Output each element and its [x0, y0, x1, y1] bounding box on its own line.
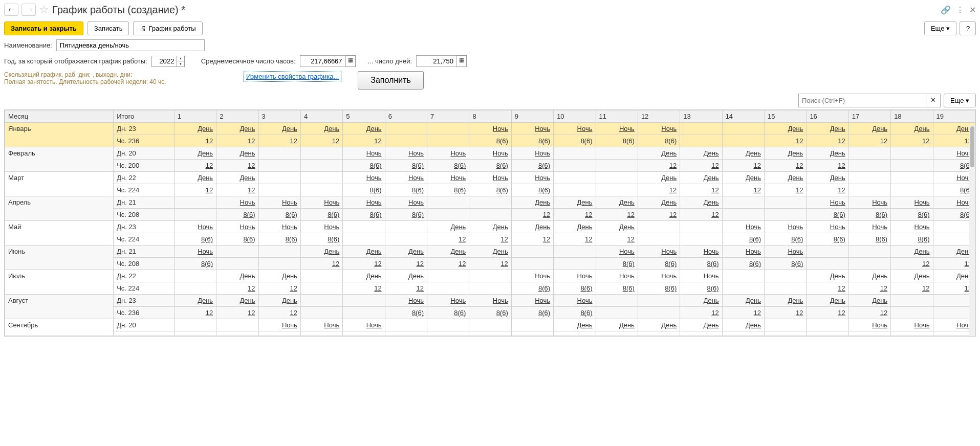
- day-hours-link[interactable]: 12: [290, 137, 297, 145]
- day-hours-link[interactable]: 8(6): [707, 260, 719, 267]
- day-hours-link[interactable]: 12: [754, 186, 761, 194]
- day-hours-cell[interactable]: 12: [807, 184, 848, 196]
- table-row[interactable]: МайДн. 23НочьНочьНочьНочьДеньДеньДеньДен…: [5, 221, 975, 233]
- table-row[interactable]: ЯнварьДн. 23ДеньДеньДеньДеньДеньНочьНочь…: [5, 123, 975, 135]
- day-type-link[interactable]: Ночь: [450, 149, 466, 157]
- day-type-cell[interactable]: [722, 196, 764, 209]
- day-type-cell[interactable]: Ночь: [343, 147, 385, 160]
- day-hours-cell[interactable]: 8(6): [469, 135, 511, 147]
- day-hours-link[interactable]: 8(6): [454, 309, 466, 317]
- day-type-link[interactable]: Ночь: [366, 198, 382, 206]
- day-type-cell[interactable]: Ночь: [891, 319, 933, 331]
- day-hours-cell[interactable]: 8(6): [848, 233, 890, 246]
- day-hours-cell[interactable]: [891, 331, 933, 336]
- day-type-link[interactable]: День: [408, 272, 424, 280]
- day-type-link[interactable]: День: [366, 272, 382, 280]
- day-type-link[interactable]: Ночь: [619, 248, 635, 255]
- day-hours-cell[interactable]: 12: [848, 307, 890, 319]
- day-type-cell[interactable]: Ночь: [385, 196, 427, 209]
- day-type-cell[interactable]: День: [680, 295, 722, 307]
- day-type-link[interactable]: День: [746, 297, 761, 304]
- day-hours-cell[interactable]: [722, 209, 764, 221]
- header-day-7[interactable]: 7: [427, 110, 469, 123]
- day-hours-cell[interactable]: [765, 282, 807, 295]
- day-hours-cell[interactable]: 12: [554, 233, 596, 246]
- day-type-cell[interactable]: День: [680, 172, 722, 184]
- table-row[interactable]: Чс. 2361212128(6)8(6)8(6)8(6)8(6)1212121…: [5, 307, 975, 319]
- day-type-cell[interactable]: Ночь: [554, 123, 596, 135]
- calc-days-icon[interactable]: ▦: [457, 55, 467, 67]
- day-hours-cell[interactable]: 8(6): [343, 160, 385, 172]
- day-hours-link[interactable]: 12: [754, 162, 761, 169]
- day-type-cell[interactable]: День: [680, 319, 722, 331]
- day-hours-link[interactable]: 12: [880, 309, 887, 317]
- day-hours-cell[interactable]: 8(6): [258, 209, 300, 221]
- day-type-cell[interactable]: День: [848, 270, 890, 282]
- day-hours-cell[interactable]: [596, 160, 638, 172]
- day-type-cell[interactable]: [554, 246, 596, 258]
- day-type-cell[interactable]: [469, 270, 511, 282]
- day-type-link[interactable]: День: [450, 223, 466, 231]
- day-hours-link[interactable]: 8(6): [412, 162, 424, 169]
- table-row[interactable]: ИюньДн. 21НочьДеньДеньДеньДеньДеньНочьНо…: [5, 246, 975, 258]
- day-hours-cell[interactable]: [638, 307, 680, 319]
- day-type-cell[interactable]: День: [891, 270, 933, 282]
- month-cell[interactable]: Июль: [5, 270, 114, 295]
- day-hours-cell[interactable]: [427, 209, 469, 221]
- day-hours-link[interactable]: 8(6): [665, 137, 677, 145]
- day-type-cell[interactable]: День: [300, 246, 342, 258]
- table-row[interactable]: СентябрьДн. 20НочьНочьНочьДеньДеньДеньДе…: [5, 319, 975, 331]
- day-hours-cell[interactable]: 12: [174, 160, 216, 172]
- day-hours-cell[interactable]: 8(6): [638, 258, 680, 270]
- day-hours-cell[interactable]: 12: [765, 184, 807, 196]
- day-hours-link[interactable]: 12: [627, 235, 634, 243]
- day-type-link[interactable]: День: [240, 174, 255, 182]
- help-button[interactable]: ?: [960, 21, 976, 35]
- day-type-link[interactable]: Ночь: [872, 321, 887, 329]
- day-hours-link[interactable]: 12: [711, 186, 718, 194]
- day-type-cell[interactable]: Ночь: [848, 221, 890, 233]
- day-type-cell[interactable]: День: [554, 196, 596, 209]
- day-hours-link[interactable]: 12: [922, 137, 929, 145]
- day-type-link[interactable]: Ночь: [788, 223, 803, 231]
- day-hours-link[interactable]: 8(6): [834, 211, 845, 218]
- day-hours-cell[interactable]: [469, 282, 511, 295]
- day-type-cell[interactable]: День: [216, 295, 258, 307]
- day-type-link[interactable]: День: [240, 297, 255, 304]
- day-hours-link[interactable]: 12: [627, 211, 634, 218]
- day-type-cell[interactable]: День: [638, 196, 680, 209]
- day-type-link[interactable]: Ночь: [914, 223, 930, 231]
- month-cell[interactable]: Апрель: [5, 196, 114, 221]
- day-hours-cell[interactable]: 12: [722, 184, 764, 196]
- day-hours-cell[interactable]: [554, 160, 596, 172]
- day-hours-cell[interactable]: [258, 331, 300, 336]
- day-hours-link[interactable]: 12: [922, 260, 929, 267]
- table-row[interactable]: Чс. 20012128(6)8(6)8(6)8(6)8(6)121212121…: [5, 160, 975, 172]
- day-hours-cell[interactable]: 12: [848, 282, 890, 295]
- day-type-cell[interactable]: День: [891, 123, 933, 135]
- day-hours-cell[interactable]: 8(6): [596, 282, 638, 295]
- day-hours-cell[interactable]: 12: [807, 160, 848, 172]
- day-type-cell[interactable]: День: [469, 221, 511, 233]
- table-row[interactable]: [5, 331, 975, 336]
- day-hours-link[interactable]: 12: [838, 284, 845, 292]
- day-type-link[interactable]: Ночь: [198, 248, 213, 255]
- day-type-cell[interactable]: [469, 319, 511, 331]
- day-hours-cell[interactable]: 8(6): [554, 135, 596, 147]
- day-hours-cell[interactable]: [638, 233, 680, 246]
- day-type-cell[interactable]: [680, 221, 722, 233]
- table-row[interactable]: ИюльДн. 22ДеньДеньДеньДеньНочьНочьНочьНо…: [5, 270, 975, 282]
- day-type-cell[interactable]: Ночь: [216, 221, 258, 233]
- day-hours-link[interactable]: 8(6): [243, 235, 255, 243]
- day-hours-link[interactable]: 12: [459, 235, 466, 243]
- day-hours-cell[interactable]: 12: [765, 135, 807, 147]
- day-hours-cell[interactable]: 12: [174, 307, 216, 319]
- day-type-cell[interactable]: Ночь: [258, 319, 300, 331]
- day-hours-cell[interactable]: [216, 258, 258, 270]
- day-type-link[interactable]: День: [788, 297, 803, 304]
- day-type-link[interactable]: Ночь: [704, 248, 719, 255]
- day-type-cell[interactable]: Ночь: [427, 295, 469, 307]
- day-hours-link[interactable]: 8(6): [665, 260, 677, 267]
- day-type-cell[interactable]: День: [596, 319, 638, 331]
- day-hours-cell[interactable]: 12: [638, 209, 680, 221]
